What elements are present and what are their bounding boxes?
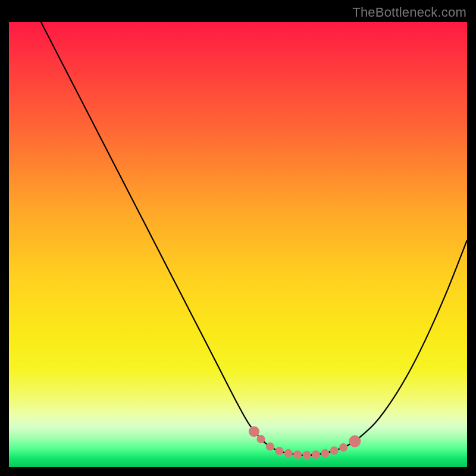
marker-dot: [293, 450, 302, 459]
marker-dot: [275, 447, 283, 455]
plot-area: [9, 22, 467, 467]
chart-frame: TheBottleneck.com: [0, 0, 476, 476]
marker-dot: [266, 443, 274, 451]
marker-dot: [321, 449, 329, 458]
marker-dot: [257, 435, 265, 443]
marker-dot: [249, 426, 259, 437]
curves-svg: [9, 22, 467, 467]
marker-dot: [303, 451, 311, 459]
marker-dot: [312, 450, 320, 459]
watermark-text: TheBottleneck.com: [352, 5, 466, 20]
right-curve-path: [302, 240, 467, 455]
marker-dot: [330, 446, 339, 455]
marker-dot: [284, 449, 293, 458]
marker-dot: [349, 436, 361, 447]
left-curve-path: [41, 22, 330, 455]
marker-dot: [339, 443, 347, 452]
